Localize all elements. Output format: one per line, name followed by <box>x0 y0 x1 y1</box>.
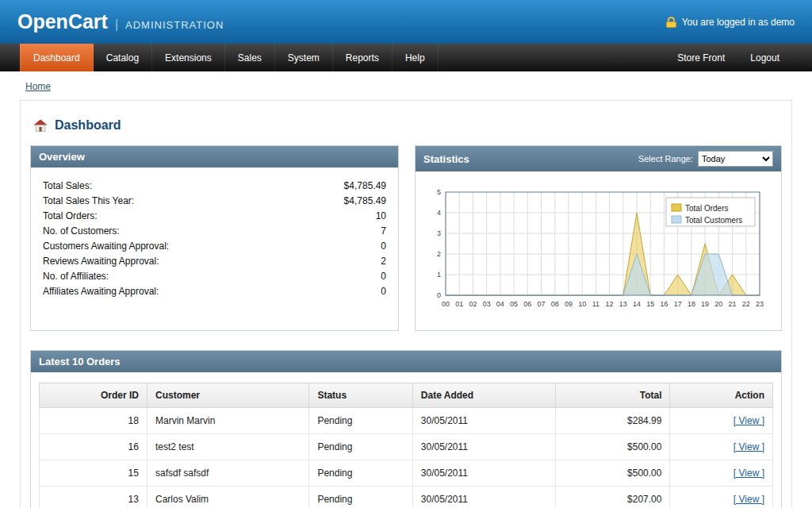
content-box: Dashboard Overview Total Sales:$4,785.49… <box>20 100 792 508</box>
nav-item-sales[interactable]: Sales <box>225 44 275 71</box>
nav-item-help[interactable]: Help <box>393 44 439 71</box>
svg-text:19: 19 <box>701 300 709 308</box>
svg-text:06: 06 <box>523 300 531 308</box>
app-header: OpenCart | ADMINISTRATION You are logged… <box>0 0 812 44</box>
overview-row: Affiliates Awaiting Approval:0 <box>43 284 386 299</box>
col-order-id: Order ID <box>40 383 147 408</box>
svg-text:08: 08 <box>551 300 559 308</box>
col-total: Total <box>556 383 670 408</box>
logo-divider: | <box>115 17 118 32</box>
nav-item-dashboard[interactable]: Dashboard <box>20 44 94 71</box>
overview-panel-header: Overview <box>31 146 398 167</box>
svg-text:10: 10 <box>578 300 586 308</box>
statistics-body: 0001020304050607080910111213141516171819… <box>416 171 781 330</box>
overview-row: No. of Affiliates:0 <box>43 269 386 284</box>
order-row: 18 Marvin Marvin Pending 30/05/2011 $284… <box>40 408 773 434</box>
nav-item-store-front[interactable]: Store Front <box>665 44 737 71</box>
statistics-title: Statistics <box>423 153 469 165</box>
order-row: 15 safsdf safsdf Pending 30/05/2011 $500… <box>40 460 773 487</box>
svg-text:20: 20 <box>714 300 722 308</box>
overview-panel: Overview Total Sales:$4,785.49 Total Sal… <box>30 145 399 331</box>
login-status: You are logged in as demo <box>666 17 795 28</box>
select-range-label: Select Range: <box>638 154 693 164</box>
nav-item-catalog[interactable]: Catalog <box>94 44 152 71</box>
col-status: Status <box>309 383 412 408</box>
nav-item-reports[interactable]: Reports <box>333 44 393 71</box>
svg-text:3: 3 <box>437 229 441 237</box>
order-row: 13 Carlos Valim Pending 30/05/2011 $207.… <box>40 487 773 508</box>
view-order-link[interactable]: [ View ] <box>733 494 764 505</box>
statistics-chart: 0001020304050607080910111213141516171819… <box>425 183 766 313</box>
svg-text:01: 01 <box>455 300 463 308</box>
top-panels: Overview Total Sales:$4,785.49 Total Sal… <box>30 145 782 331</box>
lock-icon <box>666 17 676 28</box>
range-select[interactable]: Today <box>698 151 773 167</box>
svg-text:17: 17 <box>674 300 682 308</box>
overview-row: Total Sales This Year:$4,785.49 <box>43 194 386 209</box>
orders-body: Order ID Customer Status Date Added Tota… <box>31 372 781 508</box>
svg-text:0: 0 <box>437 291 441 299</box>
home-icon <box>33 119 48 132</box>
overview-row: Total Orders:10 <box>43 209 386 224</box>
view-order-link[interactable]: [ View ] <box>733 415 764 426</box>
svg-text:00: 00 <box>442 300 450 308</box>
svg-text:1: 1 <box>437 271 441 279</box>
overview-row: No. of Customers:7 <box>43 224 386 239</box>
svg-text:5: 5 <box>437 188 441 196</box>
logo-subtitle: ADMINISTRATION <box>125 19 224 31</box>
overview-title: Overview <box>39 151 85 163</box>
svg-text:23: 23 <box>756 300 764 308</box>
svg-text:05: 05 <box>510 300 518 308</box>
svg-text:2: 2 <box>437 250 441 258</box>
col-customer: Customer <box>147 383 308 408</box>
orders-header-row: Order ID Customer Status Date Added Tota… <box>40 383 773 408</box>
page-title: Dashboard <box>55 118 121 133</box>
breadcrumb-home-link[interactable]: Home <box>25 81 51 92</box>
svg-text:09: 09 <box>565 300 573 308</box>
main-nav: Dashboard Catalog Extensions Sales Syste… <box>0 44 812 71</box>
svg-text:16: 16 <box>660 300 668 308</box>
order-row: 16 test2 test Pending 30/05/2011 $500.00… <box>40 434 773 460</box>
orders-table: Order ID Customer Status Date Added Tota… <box>39 383 773 508</box>
svg-text:13: 13 <box>619 300 627 308</box>
svg-text:04: 04 <box>496 300 504 308</box>
col-date-added: Date Added <box>412 383 555 408</box>
view-order-link[interactable]: [ View ] <box>733 441 764 452</box>
svg-text:22: 22 <box>742 300 750 308</box>
svg-text:18: 18 <box>688 300 695 308</box>
overview-body: Total Sales:$4,785.49 Total Sales This Y… <box>31 167 398 329</box>
svg-text:03: 03 <box>483 300 491 308</box>
svg-text:07: 07 <box>538 300 546 308</box>
page-heading: Dashboard <box>30 110 782 145</box>
statistics-panel-header: Statistics Select Range: Today <box>416 146 781 171</box>
svg-text:02: 02 <box>469 300 477 308</box>
svg-text:Total Customers: Total Customers <box>685 216 742 225</box>
svg-text:Total Orders: Total Orders <box>685 204 728 213</box>
svg-text:15: 15 <box>646 300 654 308</box>
nav-item-extensions[interactable]: Extensions <box>152 44 225 71</box>
latest-orders-header: Latest 10 Orders <box>31 351 781 372</box>
col-action: Action <box>670 383 773 408</box>
logo[interactable]: OpenCart | ADMINISTRATION <box>17 10 224 33</box>
view-order-link[interactable]: [ View ] <box>733 468 764 479</box>
nav-item-logout[interactable]: Logout <box>737 44 792 71</box>
svg-text:12: 12 <box>606 300 614 308</box>
nav-item-system[interactable]: System <box>275 44 333 71</box>
latest-orders-title: Latest 10 Orders <box>39 356 121 368</box>
overview-row: Reviews Awaiting Approval:2 <box>43 254 386 269</box>
svg-text:21: 21 <box>729 300 737 308</box>
svg-text:4: 4 <box>437 209 441 217</box>
logo-text: OpenCart <box>17 10 108 33</box>
select-range: Select Range: Today <box>638 151 773 167</box>
svg-text:11: 11 <box>592 300 599 308</box>
login-status-text: You are logged in as demo <box>682 17 795 28</box>
latest-orders-panel: Latest 10 Orders Order ID Customer Statu… <box>30 350 782 508</box>
svg-text:14: 14 <box>633 300 641 308</box>
overview-row: Customers Awaiting Approval:0 <box>43 239 386 254</box>
app-root: OpenCart | ADMINISTRATION You are logged… <box>0 0 812 508</box>
statistics-panel: Statistics Select Range: Today 000102030… <box>415 145 782 331</box>
breadcrumb: Home <box>0 71 812 100</box>
overview-row: Total Sales:$4,785.49 <box>43 179 386 194</box>
